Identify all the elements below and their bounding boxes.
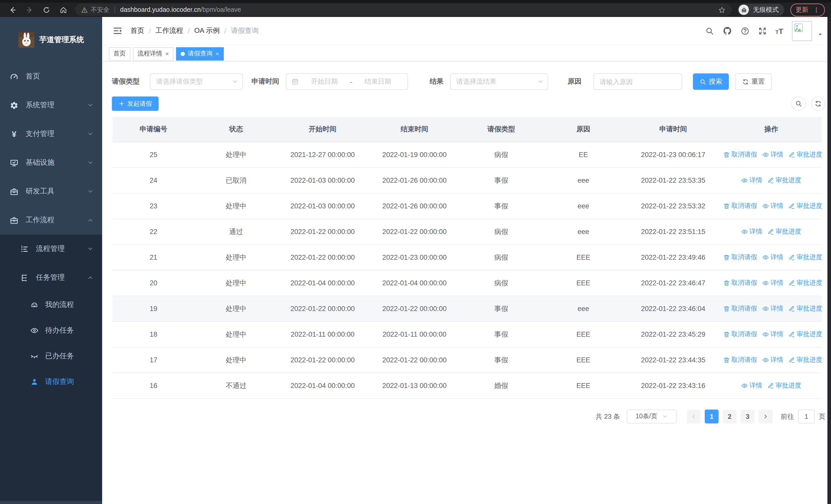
cancel-leave-link[interactable]: 取消请假: [723, 202, 757, 210]
cancel-leave-link[interactable]: 取消请假: [723, 278, 757, 287]
detail-link[interactable]: 详情: [762, 330, 783, 338]
approval-progress-link[interactable]: 审批进度: [789, 355, 822, 364]
approval-progress-link[interactable]: 审批进度: [767, 176, 801, 184]
eye-closed-icon: [30, 352, 38, 360]
help-icon[interactable]: [740, 26, 749, 35]
approval-progress-link[interactable]: 审批进度: [767, 227, 801, 236]
sidebar-item-todo-tasks[interactable]: 待办任务: [0, 318, 102, 343]
table-row: 19 处理中 2022-01-22 00:00:00 2022-01-22 00…: [112, 296, 822, 322]
browser-update-button[interactable]: 更新: [791, 3, 825, 16]
page-button-2[interactable]: 2: [723, 410, 737, 423]
approval-progress-link[interactable]: 审批进度: [789, 202, 822, 210]
sidebar-item-payment[interactable]: ¥ 支付管理: [0, 120, 102, 148]
breadcrumb-oa-example[interactable]: OA 示例: [194, 26, 220, 35]
approval-progress-link[interactable]: 审批进度: [789, 253, 822, 262]
cancel-leave-link[interactable]: 取消请假: [723, 304, 757, 313]
bookmark-star-icon[interactable]: [718, 5, 726, 14]
cancel-leave-link[interactable]: 取消请假: [723, 330, 757, 338]
tab-process-detail[interactable]: 流程详情 ×: [133, 47, 173, 60]
leave-type-select[interactable]: 请选择请假类型: [150, 73, 243, 90]
detail-link[interactable]: 详情: [762, 253, 783, 262]
sidebar-item-workflow[interactable]: 工作流程: [0, 206, 102, 235]
browser-reload-button[interactable]: [38, 3, 55, 17]
goto-page-input[interactable]: [798, 410, 814, 423]
apply-time-range-picker[interactable]: 开始日期 - 结束日期: [286, 73, 408, 90]
detail-link[interactable]: 详情: [741, 227, 762, 236]
approval-progress-link[interactable]: 审批进度: [789, 278, 822, 287]
scrollbar-track[interactable]: [827, 17, 831, 504]
close-icon[interactable]: ×: [216, 51, 219, 57]
sidebar-item-process-mgmt[interactable]: 流程管理: [0, 235, 102, 263]
sidebar-item-leave-query[interactable]: 请假查询: [0, 369, 102, 395]
cancel-leave-link[interactable]: 取消请假: [723, 253, 757, 262]
result-select[interactable]: 请选择流结果: [450, 73, 548, 90]
eye-icon: [762, 151, 769, 158]
window-edge: [0, 0, 831, 3]
detail-link[interactable]: 详情: [762, 150, 783, 159]
sidebar-item-devtools[interactable]: 研发工具: [0, 177, 102, 206]
breadcrumb-workflow[interactable]: 工作流程: [155, 26, 183, 35]
sidebar-item-task-mgmt[interactable]: 任务管理: [0, 263, 102, 292]
tab-home[interactable]: 首页: [109, 47, 131, 60]
approval-progress-link[interactable]: 审批进度: [789, 150, 822, 159]
sidebar-item-done-tasks[interactable]: 已办任务: [0, 343, 102, 369]
yen-icon: ¥: [10, 129, 19, 138]
tab-leave-query[interactable]: 请假查询 ×: [176, 47, 224, 60]
page-size-select[interactable]: 10条/页: [627, 410, 677, 423]
app-logo[interactable]: 芋道管理系统: [0, 17, 102, 62]
refresh-table-button[interactable]: [811, 96, 825, 111]
browser-back-button[interactable]: [4, 3, 21, 17]
page-button-3[interactable]: 3: [741, 410, 754, 423]
sidebar-item-my-process[interactable]: 我的流程: [0, 292, 102, 318]
breadcrumb-home[interactable]: 首页: [131, 26, 144, 35]
font-size-icon[interactable]: TT: [775, 27, 783, 35]
table-row: 24 已取消 2022-01-03 00:00:00 2022-01-26 00…: [112, 168, 822, 193]
cancel-leave-link[interactable]: 取消请假: [723, 150, 757, 159]
search-button[interactable]: 搜索: [693, 73, 729, 90]
browser-menu-icon[interactable]: [813, 6, 820, 13]
sidebar-item-home[interactable]: 首页: [0, 62, 102, 91]
reset-button[interactable]: 重置: [735, 73, 772, 90]
breadcrumb: 首页 / 工作流程 / OA 示例 / 请假查询: [131, 26, 259, 35]
sidebar-item-infra[interactable]: 基础设施: [0, 148, 102, 177]
approval-progress-link[interactable]: 审批进度: [789, 304, 822, 313]
close-icon[interactable]: ×: [165, 51, 169, 57]
detail-link[interactable]: 详情: [762, 202, 783, 210]
cell-apply-time: 2022-01-22 23:44:35: [626, 347, 721, 373]
detail-link[interactable]: 详情: [762, 304, 783, 313]
browser-home-button[interactable]: [55, 3, 72, 17]
detail-link[interactable]: 详情: [762, 278, 783, 287]
url-host: dashboard.yudao.iocoder.cn: [120, 6, 201, 13]
next-page-button[interactable]: [758, 410, 773, 423]
security-status[interactable]: 不安全: [81, 5, 109, 14]
toggle-search-button[interactable]: [792, 96, 806, 111]
goto-label: 前往: [781, 412, 794, 421]
detail-link[interactable]: 详情: [762, 355, 783, 364]
reason-label: 原因: [568, 77, 581, 86]
collapse-sidebar-icon[interactable]: [113, 26, 122, 35]
detail-link[interactable]: 详情: [741, 176, 762, 184]
eye-icon: [762, 254, 769, 261]
cell-status: 处理中: [195, 322, 278, 347]
col-end-time: 结束时间: [368, 117, 461, 142]
avatar-caret-icon[interactable]: [818, 32, 823, 37]
approval-progress-link[interactable]: 审批进度: [789, 330, 822, 338]
detail-link[interactable]: 详情: [741, 381, 762, 390]
github-icon[interactable]: [722, 26, 732, 35]
reason-input[interactable]: [594, 78, 682, 85]
chevron-up-icon: [87, 274, 93, 281]
page-button-1[interactable]: 1: [705, 410, 719, 423]
search-icon[interactable]: [705, 26, 714, 35]
trash-icon: [723, 331, 730, 337]
cell-apply-id: 20: [112, 270, 195, 296]
sidebar-item-system[interactable]: 系统管理: [0, 91, 102, 120]
fullscreen-icon[interactable]: [758, 26, 767, 35]
approval-progress-link[interactable]: 审批进度: [767, 381, 801, 390]
prev-page-button[interactable]: [687, 410, 700, 423]
avatar[interactable]: [792, 21, 812, 41]
sidebar-item-label: 支付管理: [26, 129, 54, 139]
cancel-leave-link[interactable]: 取消请假: [723, 355, 757, 364]
create-leave-button[interactable]: 发起请假: [112, 96, 159, 111]
browser-forward-button[interactable]: [21, 3, 38, 17]
address-bar[interactable]: 不安全 dashboard.yudao.iocoder.cn/bpm/oa/le…: [75, 4, 732, 16]
